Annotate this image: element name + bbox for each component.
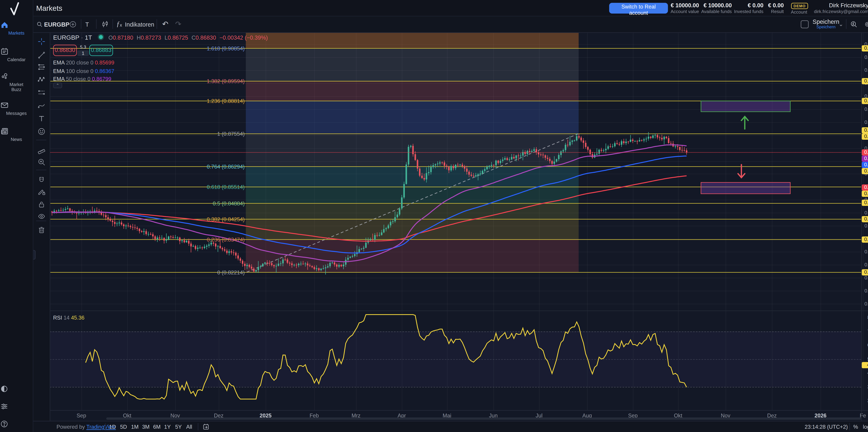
tool-lock[interactable] — [33, 199, 50, 210]
legend-symbol[interactable]: EURGBP — [53, 34, 79, 41]
symbol-search-icon[interactable] — [36, 16, 43, 32]
toolbar-separator — [96, 19, 96, 29]
contrast-button[interactable] — [0, 384, 33, 393]
undo-button[interactable]: ↶ — [162, 16, 168, 32]
range-button-1m[interactable]: 1M — [131, 422, 138, 432]
price-axis-label: 0.88000 — [863, 119, 868, 125]
buy-button[interactable]: 0.86883 — [89, 45, 113, 56]
sliders-button[interactable] — [0, 402, 33, 411]
indicators-label: Indikatoren — [125, 21, 154, 27]
scale-button-%[interactable]: % — [853, 422, 858, 432]
quick-search-icon[interactable] — [850, 16, 858, 32]
tool-drawing-mode[interactable] — [33, 186, 50, 197]
app-logo-icon — [8, 2, 23, 17]
tool-xabcd-pattern[interactable] — [33, 74, 50, 85]
symbol-text: EURGBP — [44, 21, 69, 27]
tool-fib-retracement[interactable] — [33, 61, 50, 73]
legend-interval: 1T — [85, 34, 92, 41]
tool-brush[interactable] — [33, 99, 50, 111]
save-button[interactable]: SpeichernSpeichern — [813, 16, 839, 32]
indicator-legend-row[interactable]: EMA 200 close 0 0.85699 — [53, 59, 114, 66]
price-pane-canvas[interactable] — [50, 32, 861, 311]
quantity-field[interactable]: 1 — [78, 50, 89, 56]
add-symbol-button[interactable] — [69, 16, 77, 32]
chart-plot-area[interactable]: 0.915000.910000.905000.900000.895000.890… — [0, 0, 868, 432]
spread-value: 5.3 — [78, 45, 89, 50]
range-button-5y[interactable]: 5Y — [175, 422, 182, 432]
price-axis-chip: 0.85514 — [862, 190, 868, 197]
rsi-legend-row[interactable]: RSI 14 45.36 — [53, 315, 85, 321]
tool-trend-line[interactable] — [33, 49, 50, 60]
price-axis-border — [861, 32, 862, 421]
sidebar-item-news[interactable]: News — [0, 127, 33, 142]
resistance-box[interactable] — [701, 100, 790, 112]
price-axis-label: 0.81500 — [863, 288, 868, 293]
help-icon — [0, 420, 33, 428]
pane-separator — [50, 311, 868, 311]
tool-magnet[interactable] — [33, 174, 50, 185]
support-box[interactable] — [701, 182, 790, 194]
symbol-search-input[interactable]: EURGBP — [44, 16, 69, 32]
redo-button[interactable]: ↷ — [175, 16, 181, 32]
horizontal-scrollbar[interactable] — [106, 417, 861, 420]
tool-crosshair[interactable] — [33, 36, 50, 47]
legend-collapse-button[interactable]: ⌄ — [53, 83, 62, 88]
tool-hide-drawings[interactable] — [33, 210, 50, 222]
rsi-axis-label: 40.00 — [863, 370, 868, 376]
sidebar-item-calendar[interactable]: Calendar — [0, 47, 33, 62]
ema-50-line[interactable] — [52, 145, 686, 262]
tool-zoom-in[interactable] — [33, 156, 50, 167]
ema-100-line[interactable] — [52, 156, 686, 253]
price-axis-label: 0.81000 — [863, 300, 868, 306]
range-button-3m[interactable]: 3M — [142, 422, 150, 432]
sidebar-item-markets[interactable]: Markets — [0, 20, 33, 36]
toolbar-separator — [105, 423, 105, 430]
price-axis-label: 0.84500 — [863, 210, 868, 215]
chart-type-button[interactable] — [101, 16, 109, 32]
tool-ruler[interactable] — [33, 144, 50, 155]
rsi-value: 45.36 — [71, 315, 84, 321]
switch-to-real-account-button[interactable]: Switch to Real account — [609, 3, 668, 13]
save-layout-checkbox[interactable] — [801, 16, 809, 32]
range-button-1d[interactable]: 1D — [109, 422, 116, 432]
trade-widget: 0.868305.310.86883 — [53, 45, 113, 56]
range-button-6m[interactable]: 6M — [153, 422, 161, 432]
sidebar-item-market[interactable]: Market Buzz — [0, 72, 33, 92]
indicator-name: EMA — [53, 59, 64, 66]
tool-text[interactable] — [33, 113, 50, 124]
save-menu-chevron-icon[interactable]: ⌄ — [839, 16, 843, 32]
indicator-legend-row[interactable]: EMA 50 close 0 0.86799 — [53, 76, 111, 82]
legend-ohlc-value: 0.87180 — [113, 35, 133, 41]
contrast-icon — [0, 384, 33, 393]
indicator-legend-row[interactable]: EMA 100 close 0 0.86367 — [53, 67, 114, 74]
tool-remove-drawings[interactable] — [33, 224, 50, 235]
range-button-5d[interactable]: 5D — [120, 422, 127, 432]
down-arrow-drawing[interactable] — [738, 165, 745, 178]
tool-projection[interactable] — [33, 87, 50, 98]
chart-settings-icon[interactable] — [864, 16, 868, 32]
interval-button[interactable]: T — [85, 16, 89, 32]
clock-label[interactable]: 23:14:28 (UTC+2) — [805, 422, 848, 432]
sidebar-item-messages[interactable]: Messages — [0, 100, 33, 116]
indicators-button[interactable]: ƒxIndikatoren — [117, 16, 154, 32]
price-axis-chip: 0.90854 — [862, 45, 868, 51]
tool-emoji[interactable] — [33, 126, 50, 137]
up-arrow-drawing[interactable] — [741, 117, 748, 129]
range-button-all[interactable]: All — [186, 422, 192, 432]
legend-ohlc-value: 0.87273 — [141, 35, 161, 41]
go-to-date-button[interactable] — [202, 422, 210, 432]
sell-button[interactable]: 0.86830 — [53, 45, 77, 56]
market-status-dot[interactable] — [98, 34, 104, 40]
rsi-pane-canvas[interactable] — [50, 311, 861, 410]
powered-prefix: Powered by — [57, 424, 87, 430]
toolbar-separator — [846, 19, 846, 29]
price-axis-chip: 0.82214 — [862, 269, 868, 275]
help-button[interactable] — [0, 420, 33, 428]
scale-button-log[interactable]: log — [863, 422, 868, 432]
fib-level-label: 0.5 (0.84884) — [177, 200, 245, 206]
app-sidebar: MarketsCalendarMarket BuzzMessagesNews — [0, 0, 33, 432]
ema-200-line[interactable] — [52, 176, 686, 241]
account-stat: € 10000.00Available funds — [701, 2, 732, 14]
range-button-1y[interactable]: 1Y — [164, 422, 171, 432]
toolbar-separator — [81, 19, 81, 29]
